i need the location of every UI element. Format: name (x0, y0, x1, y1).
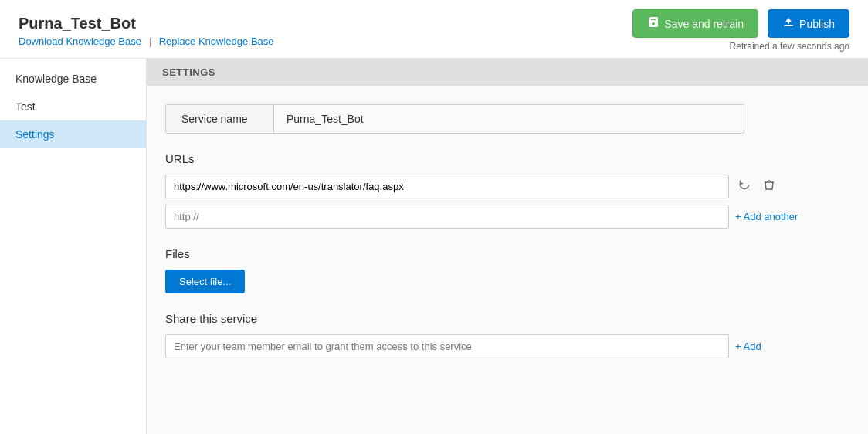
sidebar-item-knowledge-base-label: Knowledge Base (15, 73, 97, 85)
service-name-value: Purna_Test_Bot (274, 105, 744, 133)
save-retrain-button[interactable]: Save and retrain (632, 9, 758, 38)
link-separator: | (149, 36, 151, 47)
service-name-row: Service name Purna_Test_Bot (165, 104, 744, 134)
settings-title: SETTINGS (162, 66, 215, 78)
replace-knowledge-base-link[interactable]: Replace Knowledge Base (159, 36, 274, 47)
sidebar-item-test[interactable]: Test (0, 93, 146, 120)
main-content: SETTINGS Service name Purna_Test_Bot URL… (147, 59, 868, 434)
publish-button[interactable]: Publish (768, 9, 849, 38)
refresh-icon (738, 179, 751, 195)
settings-body: Service name Purna_Test_Bot URLs (147, 86, 868, 395)
header: Purna_Test_Bot Download Knowledge Base |… (0, 0, 868, 59)
refresh-url-button[interactable] (735, 176, 754, 198)
svg-rect-0 (784, 25, 793, 26)
share-section: Share this service + Add (165, 312, 849, 358)
main-layout: Knowledge Base Test Settings SETTINGS Se… (0, 59, 868, 434)
sidebar-item-test-label: Test (15, 100, 36, 113)
share-label: Share this service (165, 312, 849, 325)
publish-label: Publish (799, 18, 835, 30)
sidebar-item-settings-label: Settings (15, 128, 55, 141)
header-left: Purna_Test_Bot Download Knowledge Base |… (19, 15, 274, 47)
retrained-text: Retrained a few seconds ago (730, 41, 849, 52)
url-row-existing (165, 175, 849, 198)
add-member-button[interactable]: + Add (735, 341, 761, 352)
sidebar-item-settings[interactable]: Settings (0, 120, 146, 148)
files-label: Files (165, 247, 849, 260)
files-section: Files Select file... (165, 247, 849, 293)
app-title: Purna_Test_Bot (19, 15, 274, 32)
header-buttons: Save and retrain Publish (632, 9, 849, 38)
sidebar-item-knowledge-base[interactable]: Knowledge Base (0, 65, 146, 93)
publish-icon (782, 16, 795, 31)
select-file-button[interactable]: Select file... (165, 270, 245, 293)
header-right: Save and retrain Publish Retrained a few… (632, 9, 849, 52)
delete-icon (763, 179, 775, 195)
settings-header: SETTINGS (147, 59, 868, 86)
download-knowledge-base-link[interactable]: Download Knowledge Base (19, 36, 141, 47)
header-links: Download Knowledge Base | Replace Knowle… (19, 36, 274, 47)
add-another-button[interactable]: + Add another (735, 208, 798, 225)
url-row-new: + Add another (165, 205, 849, 229)
url-input-new[interactable] (165, 205, 729, 229)
save-icon (647, 16, 659, 31)
save-retrain-label: Save and retrain (664, 18, 744, 30)
urls-label: URLs (165, 152, 849, 165)
share-email-input[interactable] (165, 334, 729, 358)
delete-url-button[interactable] (760, 176, 778, 198)
sidebar: Knowledge Base Test Settings (0, 59, 147, 434)
urls-section: URLs (165, 152, 849, 229)
url-input-existing[interactable] (165, 175, 729, 198)
share-row: + Add (165, 334, 849, 358)
service-name-label: Service name (166, 105, 274, 133)
